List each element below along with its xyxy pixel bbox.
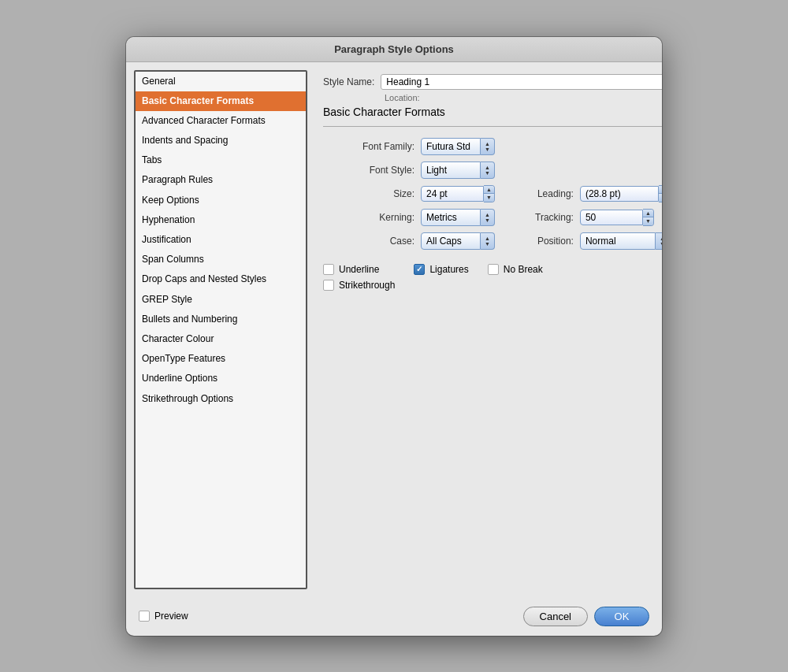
ok-button[interactable]: OK <box>594 607 649 626</box>
font-family-wrapper: Futura Std ▲ ▼ <box>421 138 495 155</box>
title-bar: Paragraph Style Options <box>126 37 662 62</box>
sidebar-item-paragraph-rules[interactable]: Paragraph Rules <box>136 170 306 190</box>
sidebar-item-character-colour[interactable]: Character Colour <box>136 329 306 349</box>
font-family-label: Font Family: <box>323 141 418 152</box>
sidebar-item-keep-options[interactable]: Keep Options <box>136 191 306 210</box>
paragraph-style-dialog: Paragraph Style Options GeneralBasic Cha… <box>126 37 662 636</box>
tracking-wrapper: ▲ ▼ <box>580 209 662 226</box>
position-label: Position: <box>498 236 577 247</box>
position-wrapper: Normal ▲ ▼ <box>580 232 662 250</box>
size-label: Size: <box>323 188 418 199</box>
case-label: Case: <box>323 236 418 247</box>
leading-up-button[interactable]: ▲ <box>659 186 662 195</box>
underline-label: Underline <box>339 264 379 275</box>
sidebar-item-opentype-features[interactable]: OpenType Features <box>136 349 306 369</box>
size-input[interactable] <box>421 186 484 202</box>
size-down-button[interactable]: ▼ <box>484 194 494 202</box>
size-spinners: ▲ ▼ <box>484 185 495 202</box>
font-family-up-icon: ▲ <box>485 141 490 147</box>
strikethrough-label: Strikethrough <box>339 280 395 291</box>
checkbox-col-1: Underline Strikethrough <box>323 264 395 291</box>
dialog-title: Paragraph Style Options <box>334 43 454 55</box>
no-break-item: No Break <box>488 264 543 275</box>
kerning-arrows[interactable]: ▲ ▼ <box>481 209 495 226</box>
case-arrows[interactable]: ▲ ▼ <box>481 232 495 250</box>
font-family-down-icon: ▼ <box>485 147 490 152</box>
position-down-icon: ▼ <box>660 241 662 247</box>
strikethrough-checkbox[interactable] <box>323 280 334 291</box>
sidebar-item-advanced-character-formats[interactable]: Advanced Character Formats <box>136 111 306 131</box>
checkboxes-section: Underline Strikethrough Ligatures <box>323 264 662 291</box>
tracking-up-button[interactable]: ▲ <box>643 210 653 218</box>
font-style-label: Font Style: <box>323 165 418 176</box>
preview-row: Preview <box>139 611 188 622</box>
strikethrough-item: Strikethrough <box>323 280 395 291</box>
sidebar-item-hyphenation[interactable]: Hyphenation <box>136 210 306 230</box>
checkbox-col-2: Ligatures <box>414 264 468 275</box>
section-title: Basic Character Formats <box>323 106 662 118</box>
font-family-select[interactable]: Futura Std <box>421 138 481 155</box>
divider <box>323 126 662 127</box>
position-select[interactable]: Normal <box>580 232 656 250</box>
case-up-icon: ▲ <box>485 236 490 241</box>
case-down-icon: ▼ <box>485 241 490 247</box>
sidebar-item-span-columns[interactable]: Span Columns <box>136 250 306 269</box>
font-style-down-icon: ▼ <box>485 170 490 176</box>
location-label: Location: <box>385 93 662 102</box>
sidebar-item-grep-style[interactable]: GREP Style <box>136 290 306 310</box>
buttons-row: Cancel OK <box>523 607 649 626</box>
size-wrapper: ▲ ▼ <box>421 185 495 202</box>
dialog-footer: Preview Cancel OK <box>126 597 662 636</box>
tracking-label: Tracking: <box>498 212 577 223</box>
ligatures-item: Ligatures <box>414 264 468 275</box>
leading-label: Leading: <box>498 188 577 199</box>
main-panel: Style Name: Location: Basic Character Fo… <box>315 70 662 589</box>
sidebar-item-drop-caps-and-nested-styles[interactable]: Drop Caps and Nested Styles <box>136 269 306 289</box>
case-select[interactable]: All Caps <box>421 232 481 250</box>
style-name-input[interactable] <box>381 74 662 90</box>
ligatures-label: Ligatures <box>429 264 468 275</box>
form-grid: Font Family: Futura Std ▲ ▼ Font Style: <box>323 138 662 250</box>
kerning-wrapper: Metrics ▲ ▼ <box>421 209 495 226</box>
underline-checkbox[interactable] <box>323 264 334 275</box>
tracking-down-button[interactable]: ▼ <box>643 217 653 225</box>
kerning-label: Kerning: <box>323 212 418 223</box>
leading-down-button[interactable]: ▼ <box>659 194 662 202</box>
tracking-input[interactable] <box>580 210 643 225</box>
font-style-up-icon: ▲ <box>485 165 490 170</box>
position-up-icon: ▲ <box>660 236 662 241</box>
leading-wrapper: ▲ ▼ <box>580 185 662 202</box>
size-up-button[interactable]: ▲ <box>484 186 494 195</box>
kerning-select[interactable]: Metrics <box>421 209 481 226</box>
sidebar-item-general[interactable]: General <box>136 72 306 91</box>
underline-item: Underline <box>323 264 395 275</box>
no-break-checkbox[interactable] <box>488 264 499 275</box>
sidebar-item-tabs[interactable]: Tabs <box>136 150 306 170</box>
cancel-button[interactable]: Cancel <box>523 607 588 626</box>
style-name-row: Style Name: <box>323 74 662 90</box>
sidebar-item-justification[interactable]: Justification <box>136 230 306 250</box>
preview-checkbox[interactable] <box>139 611 150 622</box>
kerning-down-icon: ▼ <box>485 217 490 223</box>
checkbox-col-3: No Break <box>488 264 543 275</box>
font-style-arrows[interactable]: ▲ ▼ <box>481 162 495 179</box>
font-style-wrapper: Light ▲ ▼ <box>421 162 495 179</box>
position-arrows[interactable]: ▲ ▼ <box>656 232 662 250</box>
leading-spinners: ▲ ▼ <box>659 185 662 202</box>
sidebar-item-indents-and-spacing[interactable]: Indents and Spacing <box>136 131 306 150</box>
no-break-label: No Break <box>504 264 543 275</box>
font-family-arrows[interactable]: ▲ ▼ <box>481 138 495 155</box>
sidebar-item-strikethrough-options[interactable]: Strikethrough Options <box>136 389 306 409</box>
leading-input[interactable] <box>580 186 659 202</box>
sidebar-item-underline-options[interactable]: Underline Options <box>136 369 306 388</box>
case-wrapper: All Caps ▲ ▼ <box>421 232 495 250</box>
sidebar-item-basic-character-formats[interactable]: Basic Character Formats <box>136 91 306 111</box>
style-name-label: Style Name: <box>323 76 374 87</box>
preview-label: Preview <box>154 611 188 622</box>
sidebar-item-bullets-and-numbering[interactable]: Bullets and Numbering <box>136 310 306 329</box>
sidebar: GeneralBasic Character FormatsAdvanced C… <box>134 70 307 589</box>
dialog-body: GeneralBasic Character FormatsAdvanced C… <box>126 62 662 597</box>
ligatures-checkbox[interactable] <box>414 264 425 275</box>
font-style-select[interactable]: Light <box>421 162 481 179</box>
kerning-up-icon: ▲ <box>485 212 490 217</box>
